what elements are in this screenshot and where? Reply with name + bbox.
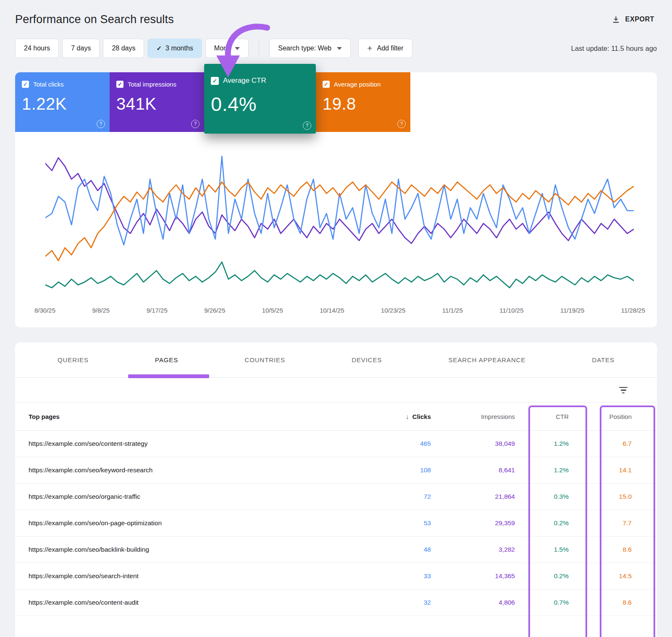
cell-position: 7.7	[594, 519, 657, 527]
metric-value: 19.8	[323, 95, 404, 113]
help-icon[interactable]: ?	[303, 121, 311, 130]
x-tick-label: 10/14/25	[320, 307, 344, 314]
plus-icon: +	[367, 43, 372, 53]
cell-impressions: 29,359	[447, 519, 531, 527]
cell-clicks: 72	[392, 493, 447, 500]
range-7-days[interactable]: 7 days	[62, 39, 100, 58]
range-24-hours[interactable]: 24 hours	[15, 39, 59, 58]
metric-label: Total impressions	[128, 81, 176, 88]
search-console-performance-page: Performance on Search results EXPORT 24 …	[0, 0, 672, 637]
tab-queries[interactable]: QUERIES	[55, 356, 91, 364]
metric-value: 1.22K	[22, 95, 103, 113]
column-header-position[interactable]: Position	[594, 413, 657, 420]
table-row[interactable]: https://example.com/seo/on-page-optimiza…	[15, 510, 657, 537]
x-tick-label: 9/26/25	[204, 307, 225, 314]
cell-impressions: 3,282	[447, 546, 531, 553]
column-header-pages[interactable]: Top pages	[15, 413, 392, 420]
table-row[interactable]: https://example.com/seo/content-strategy…	[15, 431, 657, 457]
cell-ctr: 1.5%	[531, 546, 594, 553]
checkbox-icon[interactable]: ✓	[116, 81, 123, 88]
checkbox-icon[interactable]: ✓	[22, 81, 29, 88]
line-chart-svg[interactable]	[45, 151, 634, 302]
range-3-months[interactable]: ✓3 months	[147, 39, 202, 58]
dimension-tabs: QUERIESPAGESCOUNTRIESDEVICESSEARCH APPEA…	[15, 342, 657, 378]
download-icon	[612, 15, 620, 24]
table-header-row: Top pages ↓ Clicks Impressions CTR Posit…	[15, 403, 657, 431]
annotation-tab-underline	[128, 374, 209, 378]
x-tick-label: 11/28/25	[621, 307, 645, 314]
filter-list-icon[interactable]	[619, 387, 627, 394]
last-update-text: Last update: 11.5 hours ago	[571, 45, 657, 53]
column-header-clicks[interactable]: ↓ Clicks	[392, 413, 447, 421]
cell-position: 14.5	[594, 572, 657, 580]
cell-impressions: 4,806	[447, 599, 531, 606]
results-table-panel: QUERIESPAGESCOUNTRIESDEVICESSEARCH APPEA…	[15, 342, 657, 637]
table-row[interactable]: https://example.com/seo/content-audit324…	[15, 590, 657, 616]
help-icon[interactable]: ?	[97, 120, 105, 128]
cell-page-url[interactable]: https://example.com/seo/backlink-buildin…	[15, 546, 392, 553]
x-tick-label: 11/19/25	[560, 307, 584, 314]
x-axis-labels: 8/30/259/8/259/17/259/26/2510/5/2510/14/…	[15, 302, 657, 321]
metric-card-position[interactable]: ✓Average position19.8?	[316, 72, 410, 132]
tab-search-appearance[interactable]: SEARCH APPEARANCE	[446, 356, 528, 364]
add-filter-button[interactable]: + Add filter	[358, 39, 412, 58]
series-average-ctr	[45, 262, 634, 288]
column-header-impressions[interactable]: Impressions	[447, 413, 531, 420]
range-28-days[interactable]: 28 days	[103, 39, 144, 58]
check-icon: ✓	[156, 45, 162, 52]
cell-ctr: 0.2%	[531, 519, 594, 527]
cell-impressions: 8,641	[447, 466, 531, 474]
x-tick-label: 11/1/25	[442, 307, 463, 314]
x-tick-label: 11/10/25	[499, 307, 523, 314]
search-type-button[interactable]: Search type: Web	[269, 39, 351, 58]
series-total-impressions	[45, 158, 634, 243]
series-total-clicks	[45, 156, 634, 245]
tab-dates[interactable]: DATES	[590, 356, 617, 364]
cell-page-url[interactable]: https://example.com/seo/on-page-optimiza…	[15, 519, 392, 527]
cell-page-url[interactable]: https://example.com/seo/content-strategy	[15, 440, 392, 447]
table-row[interactable]: https://example.com/seo/search-intent331…	[15, 563, 657, 590]
metric-label: Total clicks	[33, 81, 64, 88]
export-label: EXPORT	[625, 16, 654, 23]
cell-position: 15.0	[594, 493, 657, 500]
cell-ctr: 0.2%	[531, 572, 594, 580]
table-row[interactable]: https://example.com/seo/organic-traffic7…	[15, 484, 657, 510]
cell-clicks: 465	[392, 440, 447, 447]
metric-value: 341K	[116, 95, 197, 113]
cell-clicks: 32	[392, 599, 447, 606]
table-body: https://example.com/seo/content-strategy…	[15, 431, 657, 616]
cell-impressions: 14,365	[447, 572, 531, 580]
table-row[interactable]: https://example.com/seo/backlink-buildin…	[15, 537, 657, 563]
x-tick-label: 9/8/25	[92, 307, 110, 314]
cell-ctr: 1.2%	[531, 440, 594, 447]
x-tick-label: 8/30/25	[34, 307, 55, 314]
x-tick-label: 10/23/25	[381, 307, 405, 314]
metric-card-impressions[interactable]: ✓Total impressions341K?	[110, 72, 204, 132]
cell-page-url[interactable]: https://example.com/seo/organic-traffic	[15, 493, 392, 500]
chevron-down-icon	[337, 47, 342, 50]
cell-page-url[interactable]: https://example.com/seo/content-audit	[15, 599, 392, 606]
tab-countries[interactable]: COUNTRIES	[242, 356, 287, 364]
sort-descending-icon: ↓	[406, 413, 409, 421]
cell-position: 8.6	[594, 546, 657, 553]
top-bar: Performance on Search results EXPORT	[15, 0, 657, 39]
checkbox-icon[interactable]: ✓	[323, 81, 330, 88]
cell-page-url[interactable]: https://example.com/seo/search-intent	[15, 572, 392, 580]
help-icon[interactable]: ?	[397, 120, 406, 128]
cell-ctr: 0.7%	[531, 599, 594, 606]
performance-chart-panel: ✓Total clicks1.22K?✓Total impressions341…	[15, 72, 657, 327]
metric-card-clicks[interactable]: ✓Total clicks1.22K?	[15, 72, 110, 132]
help-icon[interactable]: ?	[191, 120, 200, 128]
cell-ctr: 1.2%	[531, 466, 594, 474]
cell-page-url[interactable]: https://example.com/seo/keyword-research	[15, 466, 392, 474]
tab-devices[interactable]: DEVICES	[349, 356, 384, 364]
table-row[interactable]: https://example.com/seo/keyword-research…	[15, 457, 657, 484]
metric-cards: ✓Total clicks1.22K?✓Total impressions341…	[15, 72, 657, 134]
tab-pages[interactable]: PAGES	[152, 356, 181, 364]
line-chart[interactable]	[15, 134, 657, 302]
x-tick-label: 10/5/25	[262, 307, 283, 314]
export-button[interactable]: EXPORT	[609, 15, 657, 24]
column-header-ctr[interactable]: CTR	[531, 413, 594, 420]
cell-clicks: 33	[392, 572, 447, 580]
page-title: Performance on Search results	[15, 13, 174, 26]
